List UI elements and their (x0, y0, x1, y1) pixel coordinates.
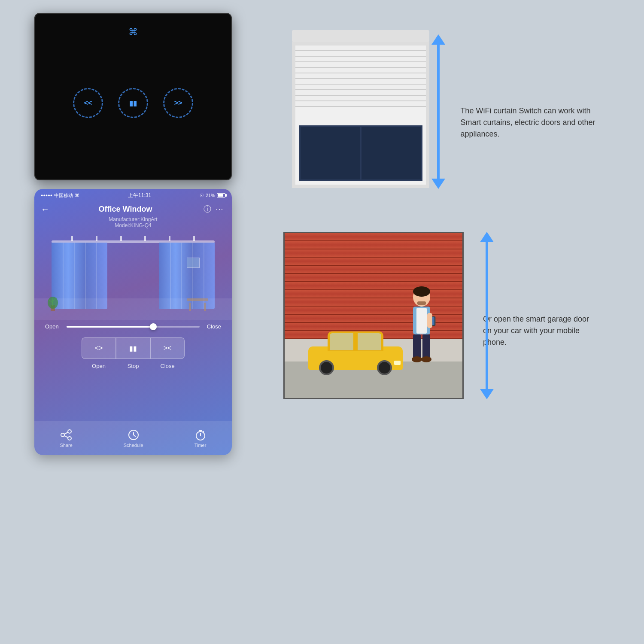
window-panes (299, 125, 422, 181)
garage-arrow-up-head (480, 232, 494, 242)
car-headlight (394, 361, 401, 365)
slat (295, 68, 426, 73)
shutter-caption-container: The WiFi curtain Switch can work with Sm… (460, 84, 597, 140)
shutter-caption: The WiFi curtain Switch can work with Sm… (460, 97, 597, 140)
time-label: 上午11:31 (128, 192, 151, 199)
schedule-label: Schedule (124, 443, 143, 448)
table-top (187, 298, 208, 301)
hook (120, 236, 122, 241)
car-wheel-left (319, 360, 334, 375)
status-bar: ●●●●● 中国移动 ⌘ 上午11:31 ☉ 21% (34, 189, 232, 202)
arrow-down-head (431, 179, 445, 189)
slat (295, 73, 426, 79)
dot-ring-stop (118, 88, 148, 118)
garage-container (279, 228, 470, 412)
battery-tip (225, 194, 227, 197)
svg-rect-24 (427, 313, 432, 328)
table-leg (189, 303, 191, 311)
battery-icon (217, 193, 225, 197)
ctrl-btn-labels: Open Stop Close (34, 361, 232, 369)
app-header: ← Office Window ⓘ ⋯ (34, 202, 232, 216)
back-button[interactable]: ← (41, 204, 49, 214)
svg-point-27 (412, 356, 422, 362)
more-icon[interactable]: ⋯ (213, 204, 225, 214)
left-column: ⌘ << ▮▮ >> ●●●●● 中国移动 (34, 13, 236, 455)
nav-share[interactable]: Share (60, 429, 72, 448)
slider-track[interactable] (67, 326, 200, 328)
wifi-icon: ⌘ (128, 27, 138, 38)
curtain-hooks (60, 236, 206, 241)
car-wheel-right (377, 360, 392, 375)
shutter-arrows (431, 34, 445, 189)
svg-point-18 (413, 286, 430, 297)
switch-close-button[interactable]: >> (162, 87, 194, 119)
close-label: Close (204, 323, 221, 330)
nav-schedule[interactable]: Schedule (124, 429, 143, 448)
car (308, 331, 403, 370)
right-column: The WiFi curtain Switch can work with Sm… (253, 13, 623, 416)
mobile-app: ●●●●● 中国移动 ⌘ 上午11:31 ☉ 21% ← Office Wind… (34, 189, 232, 455)
slat (295, 79, 426, 85)
arrow-up-head (431, 34, 445, 45)
garage-slat (285, 258, 462, 266)
svg-rect-26 (422, 334, 430, 358)
open-label: Open (45, 323, 62, 330)
battery-fill (218, 194, 223, 197)
garage-slat (285, 266, 462, 274)
plant-icon (46, 288, 59, 311)
slider-thumb[interactable] (150, 323, 157, 330)
timer-icon (194, 429, 207, 441)
hook (169, 236, 170, 241)
slider-section: Open Close (34, 320, 232, 333)
app-title: Office Window (49, 205, 201, 214)
garage-slat (285, 274, 462, 282)
table-leg (204, 303, 206, 311)
slat (295, 101, 426, 107)
shutter-frame (292, 42, 429, 188)
svg-point-7 (68, 437, 71, 440)
slat (295, 96, 426, 101)
info-icon[interactable]: ⓘ (201, 204, 213, 214)
manufacturer-line: Manufacturer:KingArt Model:KING-Q4 (34, 216, 232, 230)
window-pane-right (361, 127, 421, 179)
hook (144, 236, 146, 241)
slat (295, 51, 426, 57)
nav-timer[interactable]: Timer (194, 429, 207, 448)
slat (295, 62, 426, 68)
close-button[interactable]: >< (150, 337, 185, 359)
control-buttons: <> ▮▮ >< (34, 335, 232, 361)
wifi-icon-app: ⌘ (75, 193, 79, 198)
manufacturer-label: Manufacturer:KingArt (34, 216, 232, 222)
shutter-section: The WiFi curtain Switch can work with Sm… (253, 13, 623, 210)
svg-line-8 (64, 432, 68, 434)
schedule-icon (128, 429, 140, 441)
open-btn-label: Open (82, 361, 116, 369)
arrow-line (437, 45, 440, 179)
hook (193, 236, 195, 241)
hook (96, 236, 97, 241)
switch-open-button[interactable]: << (72, 87, 104, 119)
slat (295, 46, 426, 51)
garage-arrows (480, 232, 494, 399)
dot-ring-open (73, 88, 103, 118)
close-button-icon: >< (164, 344, 172, 352)
garage-caption: Or open the smart garage door on your ca… (483, 305, 597, 348)
stop-button[interactable]: ▮▮ (116, 337, 150, 359)
svg-point-28 (421, 356, 431, 362)
person (402, 286, 441, 372)
open-button[interactable]: <> (82, 337, 116, 359)
slider-fill (67, 326, 153, 328)
window-pane-left (301, 127, 360, 179)
svg-rect-25 (413, 334, 421, 358)
garage-section: Or open the smart garage door on your ca… (253, 223, 623, 416)
picture-art (187, 258, 199, 267)
car-rear-window (358, 333, 381, 350)
bottom-nav: Share Schedule Timer (34, 421, 232, 455)
share-label: Share (60, 443, 72, 448)
timer-label: Timer (194, 443, 207, 448)
garage-arrow-down-head (480, 389, 494, 399)
stop-btn-label: Stop (116, 361, 150, 369)
svg-point-6 (68, 430, 71, 433)
status-bar-left: ●●●●● 中国移动 ⌘ (41, 192, 79, 199)
switch-stop-button[interactable]: ▮▮ (117, 87, 149, 119)
